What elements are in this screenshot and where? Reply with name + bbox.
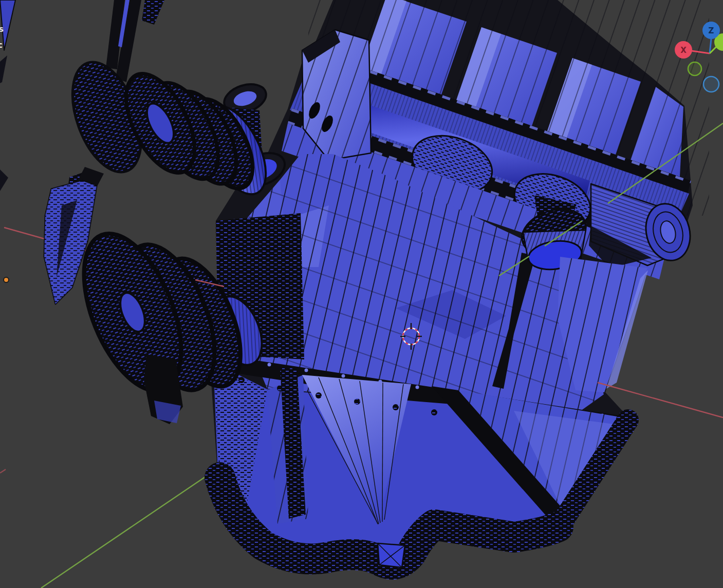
gizmo-neg-y-ball[interactable] xyxy=(688,62,701,75)
viewport-canvas[interactable]: X Z s c xyxy=(0,0,723,588)
overlay-fragment-2: c xyxy=(0,41,3,50)
front-tower xyxy=(302,30,371,160)
gizmo-neg-z-ball[interactable] xyxy=(703,77,719,92)
gizmo-x-label: X xyxy=(680,46,687,55)
object-origin-dot[interactable] xyxy=(4,277,9,282)
blender-3d-viewport[interactable]: X Z s c xyxy=(0,0,723,588)
gizmo-z-label: Z xyxy=(709,26,714,35)
overlay-fragment-1: s xyxy=(0,25,4,34)
